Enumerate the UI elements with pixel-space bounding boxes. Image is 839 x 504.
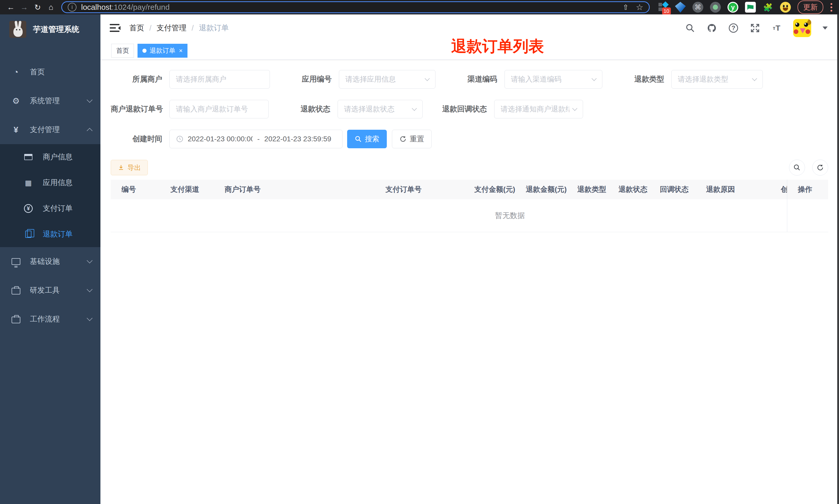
export-button-label: 导出 <box>127 163 141 172</box>
create-time-range-picker[interactable]: 2022-01-23 00:00:00 - 2022-01-23 23:59:5… <box>169 130 342 148</box>
placeholder-text: 请选择通知商户退款结果的回调状态 <box>501 104 569 114</box>
bookmark-star-icon[interactable]: ☆ <box>636 2 643 12</box>
extension-command-icon[interactable]: ⌘ <box>693 2 703 13</box>
refresh-table-button[interactable] <box>812 160 828 176</box>
sidebar-item-label: 应用信息 <box>43 178 73 188</box>
site-info-icon[interactable]: i <box>68 3 76 12</box>
chevron-down-icon <box>425 76 430 81</box>
sidebar-item-label: 研发工具 <box>30 285 88 295</box>
app-logo <box>9 21 26 38</box>
reset-button[interactable]: 重置 <box>392 130 432 148</box>
export-button[interactable]: 导出 <box>111 160 148 175</box>
field-label-callback-status: 退款回调状态 <box>435 104 487 114</box>
merchant-select[interactable]: 请选择所属商户 <box>169 70 270 89</box>
table-body: 暂无数据 <box>111 199 828 232</box>
tag-label: 首页 <box>116 46 129 55</box>
extension-kite-icon[interactable] <box>675 2 686 13</box>
address-bar[interactable]: i localhost:1024/pay/refund ⇧ ☆ <box>61 1 650 13</box>
sidebar-item-label: 工作流程 <box>30 314 88 324</box>
field-label-refund-type: 退款类型 <box>613 74 664 85</box>
tag-home[interactable]: 首页 <box>111 44 134 58</box>
sidebar-menu: ◔ 首页 ⚙ 系统管理 ¥ 支付管理 商户信息 <box>0 58 101 334</box>
fullscreen-icon[interactable] <box>750 23 760 33</box>
extension-chat-icon[interactable] <box>745 2 756 13</box>
sidebar-item-label: 支付管理 <box>30 125 88 135</box>
sidebar-item-system[interactable]: ⚙ 系统管理 <box>0 87 101 115</box>
app-title: 芋道管理系统 <box>33 24 79 35</box>
sidebar-item-workflow[interactable]: 工作流程 <box>0 305 101 334</box>
gear-icon: ⚙ <box>10 96 22 106</box>
chevron-down-icon <box>752 76 757 81</box>
sidebar-item-infra[interactable]: 基础设施 <box>0 247 101 276</box>
breadcrumb-home[interactable]: 首页 <box>129 23 144 33</box>
forward-icon[interactable]: → <box>18 2 31 13</box>
extension-badge: 10 <box>662 7 671 15</box>
sidebar-item-label: 支付订单 <box>43 203 73 214</box>
sidebar-item-dev-tools[interactable]: 研发工具 <box>0 276 101 305</box>
sidebar-item-app-info[interactable]: ▦ 应用信息 <box>0 170 101 196</box>
sidebar-item-label: 退款订单 <box>43 229 73 239</box>
field-label-refund-status: 退款状态 <box>279 104 331 114</box>
date-separator: - <box>257 135 260 143</box>
search-icon[interactable] <box>685 23 695 33</box>
sidebar-item-pay[interactable]: ¥ 支付管理 <box>0 115 101 144</box>
sidebar: 芋道管理系统 ◔ 首页 ⚙ 系统管理 ¥ 支付管理 <box>0 14 101 504</box>
sidebar-toggle-icon[interactable] <box>109 23 121 33</box>
search-icon <box>793 164 801 172</box>
home-icon[interactable]: ⌂ <box>44 2 58 13</box>
col-refund-type: 退款类型 <box>567 184 608 194</box>
refund-status-select[interactable]: 请选择退款状态 <box>338 100 423 119</box>
extension-recorder-icon[interactable] <box>710 2 721 13</box>
page-content: 所属商户 请选择所属商户 应用编号 请选择应用信息 渠道编码 <box>101 60 839 504</box>
breadcrumb-pay[interactable]: 支付管理 <box>157 23 186 33</box>
reload-icon[interactable]: ↻ <box>31 2 44 13</box>
briefcase-icon <box>10 315 22 323</box>
refund-callback-status-select[interactable]: 请选择通知商户退款结果的回调状态 <box>494 100 583 119</box>
share-icon[interactable]: ⇧ <box>623 3 629 12</box>
merchant-refund-no-input[interactable]: 请输入商户退款订单号 <box>169 100 269 119</box>
field-label-app-no: 应用编号 <box>280 74 332 85</box>
help-icon[interactable]: ? <box>728 23 738 33</box>
font-size-icon[interactable]: тT <box>771 23 782 33</box>
refund-type-select[interactable]: 请选择退款类型 <box>671 70 763 89</box>
user-avatar[interactable] <box>793 19 811 37</box>
url-host: localhost <box>81 3 111 11</box>
sidebar-item-label: 商户信息 <box>43 152 73 162</box>
profile-avatar[interactable] <box>780 2 791 13</box>
channel-code-select[interactable]: 请输入渠道编码 <box>504 70 602 89</box>
browser-update-button[interactable]: 更新 <box>798 1 823 14</box>
chevron-down-icon <box>87 258 93 264</box>
app-logo-row[interactable]: 芋道管理系统 <box>0 14 101 44</box>
tag-refund-order[interactable]: 退款订单 × <box>138 44 188 58</box>
refund-table: 编号 支付渠道 商户订单号 支付订单号 支付金额(元) 退款金额(元) 退款类型… <box>111 180 828 232</box>
field-label-channel-code: 渠道编码 <box>446 74 497 85</box>
back-icon[interactable]: ← <box>4 2 18 13</box>
github-icon[interactable] <box>707 23 717 33</box>
col-pay-amount: 支付金额(元) <box>464 184 515 194</box>
sidebar-item-refund-order[interactable]: 退款订单 <box>0 221 101 247</box>
date-start-value: 2022-01-23 00:00:00 <box>188 135 253 143</box>
extension-grid-icon[interactable]: 10 <box>658 2 668 13</box>
close-icon[interactable]: × <box>179 47 183 54</box>
yen-circle-icon: ¥ <box>23 204 34 213</box>
col-refund-reason: 退款原因 <box>695 184 770 194</box>
url-text[interactable]: localhost:1024/pay/refund <box>81 3 623 12</box>
placeholder-text: 请选择应用信息 <box>345 74 422 84</box>
extensions-puzzle-icon[interactable]: 🧩 <box>763 2 773 13</box>
breadcrumb: 首页 / 支付管理 / 退款订单 <box>129 23 229 33</box>
search-button[interactable]: 搜索 <box>347 130 387 148</box>
date-end-value: 2022-01-23 23:59:59 <box>264 135 336 143</box>
toggle-search-button[interactable] <box>789 160 805 176</box>
avatar-caret-icon[interactable] <box>822 26 828 32</box>
search-button-label: 搜索 <box>365 134 379 144</box>
extension-y-icon[interactable] <box>728 2 738 13</box>
breadcrumb-separator: / <box>192 24 194 32</box>
col-refund-status: 退款状态 <box>608 184 649 194</box>
sidebar-item-pay-order[interactable]: ¥ 支付订单 <box>0 196 101 221</box>
sidebar-item-home[interactable]: ◔ 首页 <box>0 58 101 87</box>
col-id: 编号 <box>111 184 160 194</box>
col-callback-status: 回调状态 <box>649 184 695 194</box>
sidebar-item-merchant-info[interactable]: 商户信息 <box>0 144 101 170</box>
app-no-select[interactable]: 请选择应用信息 <box>339 70 435 89</box>
browser-menu-icon[interactable] <box>828 3 835 12</box>
